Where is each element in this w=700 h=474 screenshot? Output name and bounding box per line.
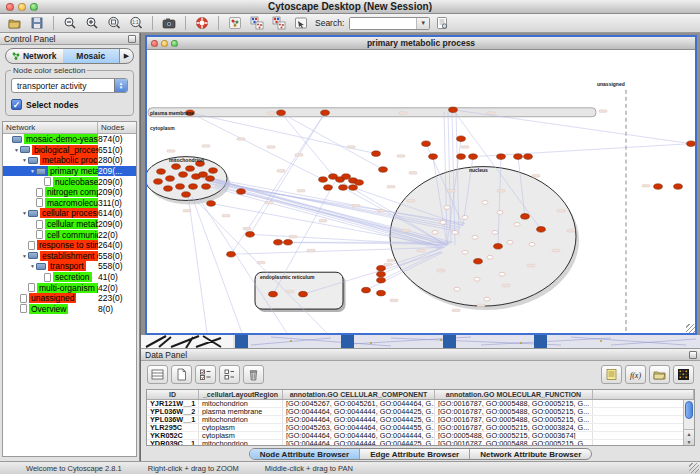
- unselect-attributes-button[interactable]: [219, 365, 240, 384]
- tree-row-label[interactable]: cellular process: [40, 208, 98, 218]
- edge[interactable]: [192, 196, 242, 333]
- node[interactable]: [299, 291, 308, 297]
- edge[interactable]: [231, 113, 325, 255]
- tree-row[interactable]: Overview8(0): [3, 304, 136, 315]
- node[interactable]: [324, 185, 333, 191]
- table-row[interactable]: YPL036W__2plasma membrane[GO:0044464, GO…: [147, 408, 694, 416]
- expand-arrow-icon[interactable]: ▼: [29, 263, 36, 269]
- column-header[interactable]: annotation.GO MOLECULAR_FUNCTION: [435, 390, 593, 399]
- tab-mosaic[interactable]: Mosaic: [63, 49, 120, 63]
- table-scrollbar[interactable]: ▲▼: [683, 400, 694, 445]
- node[interactable]: [469, 154, 478, 160]
- node-unselected[interactable]: [474, 277, 480, 281]
- node[interactable]: [209, 168, 218, 174]
- edge[interactable]: [281, 113, 383, 170]
- tree-row-label[interactable]: metabolic process: [40, 155, 98, 165]
- close-button[interactable]: [151, 40, 158, 47]
- expand-arrow-icon[interactable]: ▼: [29, 168, 36, 174]
- background-window-fragment[interactable]: [235, 335, 248, 348]
- zoom-out-button[interactable]: [60, 15, 80, 32]
- node[interactable]: [457, 136, 466, 142]
- node-unselected[interactable]: [462, 216, 468, 220]
- tab-edge-attribute-browser[interactable]: Edge Attribute Browser: [360, 449, 470, 459]
- tree-row[interactable]: cellular metabo209(0): [3, 219, 136, 230]
- node-unselected[interactable]: [499, 272, 505, 276]
- compartment-nucleus[interactable]: [390, 167, 576, 307]
- node[interactable]: [206, 176, 215, 182]
- network-canvas[interactable]: plasma membranecytoplasmmitochondrionnuc…: [147, 50, 695, 333]
- tab-overflow-button[interactable]: ▶: [119, 49, 133, 63]
- tree-row[interactable]: nucleobase-209(0): [3, 176, 136, 187]
- node[interactable]: [207, 201, 216, 207]
- node[interactable]: [237, 189, 246, 195]
- node-unselected[interactable]: [454, 287, 460, 291]
- open-file-button[interactable]: [5, 15, 25, 32]
- network-graph[interactable]: plasma membranecytoplasmmitochondrionnuc…: [147, 50, 695, 333]
- tree-row-label[interactable]: unassigned: [29, 293, 76, 303]
- new-attribute-button[interactable]: [171, 365, 192, 384]
- node-unselected[interactable]: [484, 297, 490, 301]
- node[interactable]: [321, 110, 330, 116]
- node[interactable]: [154, 179, 163, 185]
- function-builder-button[interactable]: f(x): [625, 365, 646, 384]
- scrollbar-thumb[interactable]: [685, 401, 693, 419]
- node[interactable]: [524, 154, 533, 160]
- edge[interactable]: [473, 144, 691, 157]
- node-unselected[interactable]: [472, 235, 478, 239]
- float-panel-icon[interactable]: [128, 35, 136, 43]
- import-network-from-file-button[interactable]: [269, 15, 289, 32]
- node-unselected[interactable]: [487, 255, 493, 259]
- node-unselected[interactable]: [507, 240, 513, 244]
- tree-row-label[interactable]: cell communicat: [45, 230, 98, 240]
- node[interactable]: [319, 177, 328, 183]
- background-window-fragment[interactable]: [534, 335, 547, 348]
- node[interactable]: [449, 107, 458, 113]
- search-input[interactable]: [350, 18, 416, 29]
- node[interactable]: [377, 277, 386, 283]
- float-panel-icon[interactable]: [689, 351, 697, 359]
- select-nodes-checkbox[interactable]: ✓: [11, 99, 22, 110]
- tree-row-label[interactable]: secretion: [53, 272, 92, 282]
- compartment-plasma-membrane[interactable]: [148, 108, 596, 117]
- attribute-matrix-button[interactable]: [673, 365, 694, 384]
- tree-row[interactable]: response to stimulu264(0): [3, 240, 136, 251]
- minimize-button[interactable]: [18, 3, 26, 11]
- tab-network-attribute-browser[interactable]: Network Attribute Browser: [470, 449, 591, 459]
- column-header[interactable]: ID: [147, 390, 199, 399]
- tree-row-label[interactable]: Overview: [29, 304, 68, 314]
- node[interactable]: [687, 141, 695, 147]
- node[interactable]: [497, 154, 506, 160]
- tab-network[interactable]: Network: [6, 49, 63, 63]
- zoom-to-fit-button[interactable]: 1:1: [126, 15, 146, 32]
- tree-row[interactable]: multi-organism pro42(0): [3, 282, 136, 293]
- node[interactable]: [342, 174, 351, 180]
- tree-row-label[interactable]: nitrogen compo: [45, 187, 98, 197]
- column-header[interactable]: annotation.GO CELLULAR_COMPONENT: [283, 390, 435, 399]
- expand-arrow-icon[interactable]: ▼: [13, 147, 20, 153]
- node[interactable]: [457, 154, 466, 160]
- node[interactable]: [474, 258, 483, 264]
- tree-row[interactable]: ▼cellular process614(0): [3, 208, 136, 219]
- scrollbar-arrows[interactable]: ▲▼: [684, 429, 694, 445]
- close-button[interactable]: [6, 3, 14, 11]
- search-dropdown-arrow-icon[interactable]: ▼: [416, 18, 429, 29]
- column-header[interactable]: _cellularLayoutRegion: [199, 390, 283, 399]
- network-window-titlebar[interactable]: primary metabolic process: [147, 37, 695, 50]
- node-unselected[interactable]: [440, 220, 446, 224]
- node[interactable]: [521, 214, 530, 220]
- node[interactable]: [182, 192, 191, 198]
- tree-row[interactable]: cell communicat22(0): [3, 229, 136, 240]
- tree-row[interactable]: unassigned223(0): [3, 293, 136, 304]
- table-row[interactable]: YKR052Ccytoplasm[GO:0044464, GO:0044446,…: [147, 432, 694, 440]
- edge[interactable]: [188, 194, 207, 333]
- node[interactable]: [379, 167, 388, 173]
- node-unselected[interactable]: [497, 211, 503, 215]
- attribute-table[interactable]: ID_cellularLayoutRegionannotation.GO CEL…: [146, 389, 695, 446]
- node[interactable]: [372, 151, 381, 157]
- tree-row-label[interactable]: cellular metabo: [45, 219, 98, 229]
- node[interactable]: [172, 164, 181, 170]
- zoom-selected-region-button[interactable]: [104, 15, 124, 32]
- node[interactable]: [166, 176, 175, 182]
- resize-grip[interactable]: [686, 324, 695, 333]
- expand-arrow-icon[interactable]: ▼: [21, 253, 28, 259]
